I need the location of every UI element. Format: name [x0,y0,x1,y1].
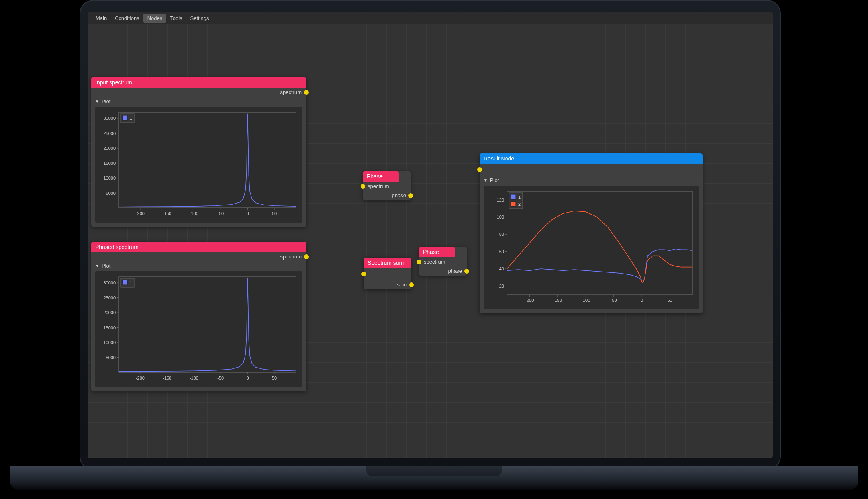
plot-label: Plot [102,263,110,269]
node-title: Result Node [480,153,703,164]
node-spectrum-sum[interactable]: Spectrum sum sum [364,258,411,289]
svg-text:5000: 5000 [106,355,116,360]
node-title: Input spectrum [91,77,306,88]
node-title: Phase [419,247,455,257]
svg-text:25000: 25000 [103,131,116,136]
port-out[interactable] [304,90,309,95]
svg-text:80: 80 [499,232,504,237]
svg-text:10000: 10000 [103,176,116,180]
svg-text:20000: 20000 [103,310,116,315]
node-phase-2[interactable]: Phase spectrum phase [419,247,467,276]
wire-layer [88,24,207,84]
svg-text:20: 20 [499,284,504,288]
node-title: Phase [363,171,399,182]
port-label-in: spectrum [424,259,445,265]
port-row-in [364,268,411,280]
menu-conditions[interactable]: Conditions [111,14,143,23]
plot-result: 20406080100120-200-150-100-5005012 [485,187,696,307]
svg-text:0: 0 [247,376,249,380]
port-row-out: spectrum [91,252,306,261]
port-row-out: phase [363,191,411,200]
disclosure-triangle-icon: ▼ [95,99,99,104]
node-title: Spectrum sum [364,258,411,268]
disclosure-triangle-icon: ▼ [484,178,488,182]
plot-label: Plot [102,98,110,104]
plot-header[interactable]: ▼ Plot [480,176,703,184]
port-label-out: spectrum [280,254,302,260]
node-phased-spectrum[interactable]: Phased spectrum spectrum ▼ Plot 50001000… [91,242,306,391]
port-out[interactable] [304,254,309,259]
port-row-out: spectrum [91,88,306,97]
node-result[interactable]: Result Node ▼ Plot 20406080100120-200-15… [480,153,703,313]
port-in[interactable] [361,272,366,276]
svg-text:10000: 10000 [103,340,116,345]
port-label-out: sum [397,282,407,288]
port-in[interactable] [477,167,482,172]
svg-text:-200: -200 [136,211,145,216]
port-out[interactable] [464,269,469,274]
svg-text:-150: -150 [553,298,562,303]
svg-rect-82 [511,194,516,199]
svg-rect-26 [123,115,127,120]
plot-header[interactable]: ▼ Plot [91,97,306,105]
port-label-in: spectrum [368,183,389,189]
plot-phased-spectrum: 50001000015000200002500030000-200-150-10… [97,273,300,384]
svg-text:2: 2 [518,202,521,207]
svg-rect-0 [119,112,296,208]
svg-text:-200: -200 [525,298,534,303]
node-phase-1[interactable]: Phase spectrum phase [363,171,411,200]
port-row-in: spectrum [419,257,467,266]
svg-text:30000: 30000 [103,280,116,285]
svg-rect-56 [507,191,692,295]
svg-text:5000: 5000 [106,191,116,196]
svg-text:-150: -150 [163,376,171,380]
svg-text:50: 50 [668,298,672,303]
svg-text:1: 1 [130,116,132,121]
port-out[interactable] [409,282,414,287]
svg-text:-200: -200 [136,376,145,380]
svg-text:0: 0 [641,298,643,303]
port-in[interactable] [417,260,421,264]
port-label-out: spectrum [280,89,302,95]
port-label-out: phase [392,192,406,198]
svg-text:1: 1 [518,195,521,200]
svg-text:50: 50 [272,211,277,216]
menu-main[interactable]: Main [92,14,111,23]
port-row-in: spectrum [363,182,411,191]
port-out[interactable] [408,193,413,198]
node-canvas[interactable]: Input spectrum spectrum ▼ Plot 500010000… [88,24,773,458]
svg-text:40: 40 [499,266,504,271]
plot-wrap: 20406080100120-200-150-100-5005012 [484,186,699,309]
port-in[interactable] [361,184,365,189]
plot-label: Plot [490,177,499,183]
plot-header[interactable]: ▼ Plot [91,261,306,270]
svg-text:1: 1 [130,280,132,285]
plot-wrap: 50001000015000200002500030000-200-150-10… [95,107,302,223]
svg-text:25000: 25000 [103,295,116,300]
menu-tools[interactable]: Tools [166,14,186,23]
node-title: Phased spectrum [91,242,306,252]
svg-text:20000: 20000 [103,146,116,151]
port-row-out: sum [364,280,411,289]
svg-text:120: 120 [497,198,504,202]
svg-text:0: 0 [247,211,249,216]
svg-text:30000: 30000 [103,116,116,121]
svg-text:100: 100 [497,215,504,219]
svg-text:-100: -100 [190,211,198,216]
svg-text:-150: -150 [163,211,171,216]
disclosure-triangle-icon: ▼ [95,264,99,268]
svg-text:15000: 15000 [103,161,116,166]
svg-text:-50: -50 [611,298,617,303]
svg-text:-50: -50 [217,376,224,380]
svg-text:15000: 15000 [103,325,116,330]
plot-input-spectrum: 50001000015000200002500030000-200-150-10… [97,108,300,220]
node-input-spectrum[interactable]: Input spectrum spectrum ▼ Plot 500010000… [91,77,306,227]
svg-text:50: 50 [272,376,277,380]
menu-settings[interactable]: Settings [186,14,213,23]
svg-text:-100: -100 [581,298,590,303]
svg-text:60: 60 [499,249,504,254]
menu-nodes[interactable]: Nodes [143,14,167,23]
port-row-out: phase [419,266,467,276]
menubar: Main Conditions Nodes Tools Settings [88,12,773,24]
laptop-notch [366,466,502,476]
